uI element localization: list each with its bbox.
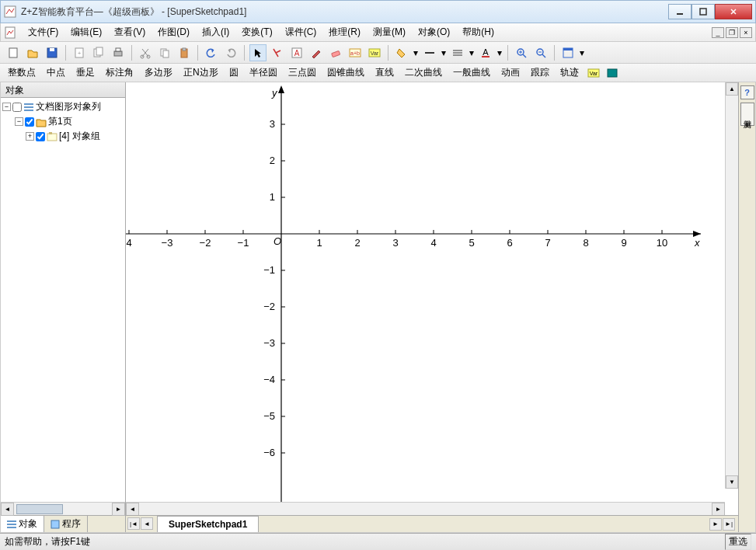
menu-measure[interactable]: 测量(M) [368, 23, 411, 41]
canvas-hscrollbar[interactable]: ◄ ► [126, 502, 725, 515]
menu-courseware[interactable]: 课件(C) [280, 23, 322, 41]
mdi-minimize-button[interactable]: _ [712, 27, 724, 38]
sidebar-hscrollbar[interactable]: ◄ ► [1, 502, 125, 515]
font-color-dropdown-icon[interactable]: ▾ [496, 47, 503, 58]
tool-foot[interactable]: 垂足 [73, 64, 98, 81]
menu-view[interactable]: 查看(V) [109, 23, 151, 41]
tree-checkbox[interactable] [12, 103, 22, 112]
zoom-out-button[interactable] [532, 44, 549, 61]
tool-locus[interactable]: 轨迹 [557, 64, 582, 81]
redo-button[interactable] [222, 44, 239, 61]
pen-button[interactable] [308, 44, 325, 61]
open-button[interactable] [24, 44, 41, 61]
sidebar-tab-object[interactable]: 对象 [1, 516, 44, 532]
svg-rect-38 [47, 134, 57, 141]
mdi-close-button[interactable]: × [740, 27, 752, 38]
scroll-left-icon[interactable]: ◄ [126, 503, 139, 516]
paste-button[interactable] [176, 44, 193, 61]
svg-rect-12 [116, 48, 120, 51]
scroll-right-icon[interactable]: ► [112, 503, 125, 516]
tree-checkbox[interactable] [25, 117, 34, 127]
tree-root[interactable]: − 文档图形对象列 [2, 99, 124, 114]
fullscreen-button[interactable] [559, 44, 577, 61]
tool-intpoint[interactable]: 整数点 [5, 64, 39, 81]
measure-panel-button[interactable]: 测量 [740, 103, 754, 126]
expand-icon[interactable]: − [15, 117, 23, 126]
tool-conic[interactable]: 圆锥曲线 [324, 64, 368, 81]
tool-generalcurve[interactable]: 一般曲线 [450, 64, 493, 81]
scroll-right-icon[interactable]: ► [712, 503, 725, 516]
tool-semicircle[interactable]: 半径圆 [246, 64, 280, 81]
tree-page[interactable]: − 第1页 [2, 114, 124, 129]
point-button[interactable] [269, 44, 286, 61]
tool-trace[interactable]: 跟踪 [528, 64, 552, 81]
eraser-button[interactable] [327, 44, 344, 61]
mdi-restore-button[interactable]: ❐ [726, 27, 738, 38]
var-icon[interactable]: Var [587, 66, 601, 80]
expression-button[interactable]: a+b [347, 44, 364, 61]
svg-text:Var: Var [371, 50, 379, 56]
text-button[interactable]: A [288, 44, 305, 61]
line-weight-dropdown-icon[interactable]: ▾ [469, 47, 475, 58]
fullscreen-dropdown-icon[interactable]: ▾ [579, 47, 585, 58]
sidebar-tab-program[interactable]: 程序 [44, 516, 88, 532]
scroll-up-icon[interactable]: ▲ [726, 82, 738, 96]
tool-regpoly[interactable]: 正N边形 [180, 64, 221, 81]
tool-quadratic[interactable]: 二次曲线 [402, 64, 445, 81]
tool-circle[interactable]: 圆 [226, 64, 242, 81]
variable-button[interactable]: Var [366, 44, 383, 61]
undo-button[interactable] [203, 44, 220, 61]
menu-help[interactable]: 帮助(H) [457, 23, 500, 41]
window-minimize-button[interactable] [668, 4, 692, 19]
menu-insert[interactable]: 插入(I) [197, 23, 235, 41]
window-maximize-button[interactable] [692, 4, 715, 19]
pages-button[interactable] [90, 44, 107, 61]
fill-dropdown-icon[interactable]: ▾ [413, 47, 419, 58]
tool-polygon[interactable]: 多边形 [141, 64, 176, 81]
scroll-down-icon[interactable]: ▼ [726, 475, 738, 489]
tab-next-button[interactable]: ► [709, 518, 722, 531]
object-tree[interactable]: − 文档图形对象列 − 第1页 + [4] 对象组 [1, 98, 125, 502]
tab-prev-button[interactable]: ◄ [141, 517, 153, 530]
menu-edit[interactable]: 编辑(E) [65, 23, 107, 41]
canvas-vscrollbar[interactable]: ▲ ▼ [725, 82, 738, 489]
expand-icon[interactable]: + [26, 132, 34, 141]
line-style-dropdown-icon[interactable]: ▾ [441, 47, 447, 58]
cut-button[interactable] [137, 44, 154, 61]
tool-midpoint[interactable]: 中点 [44, 64, 68, 81]
new-page-button[interactable]: + [71, 44, 88, 61]
document-tab[interactable]: SuperSketchpad1 [157, 516, 259, 532]
tool-markangle[interactable]: 标注角 [103, 64, 137, 81]
pointer-button[interactable] [249, 44, 267, 61]
menu-file[interactable]: 文件(F) [23, 23, 64, 41]
copy-button[interactable] [156, 44, 173, 61]
line-weight-button[interactable] [449, 44, 466, 61]
tab-first-button[interactable]: |◄ [127, 517, 140, 530]
scroll-thumb[interactable] [16, 504, 63, 514]
fill-button[interactable] [393, 44, 410, 61]
window-close-button[interactable] [715, 4, 752, 19]
svg-rect-40 [7, 520, 16, 522]
menu-object[interactable]: 对象(O) [413, 23, 455, 41]
tab-last-button[interactable]: ►| [723, 518, 735, 531]
font-color-button[interactable]: A [477, 44, 494, 61]
help-button[interactable]: ? [740, 85, 754, 99]
tool-line[interactable]: 直线 [372, 64, 397, 81]
sidebar-tab-object-label: 对象 [19, 517, 37, 531]
line-style-button[interactable] [421, 44, 438, 61]
menu-reason[interactable]: 推理(R) [323, 23, 366, 41]
tree-group[interactable]: + [4] 对象组 [2, 129, 124, 144]
menu-draw[interactable]: 作图(D) [152, 23, 195, 41]
save-button[interactable] [44, 44, 61, 61]
coordinate-canvas[interactable]: 4−3−2−112345678910−6−5−4−3−2−1123Oxy ▲ ▼ [126, 82, 738, 502]
tree-checkbox[interactable] [36, 132, 45, 141]
tool-threepointcircle[interactable]: 三点圆 [285, 64, 319, 81]
expand-icon[interactable]: − [2, 103, 11, 111]
tool-animation[interactable]: 动画 [498, 64, 523, 81]
screen-icon[interactable] [605, 66, 619, 80]
print-button[interactable] [110, 44, 127, 61]
zoom-in-button[interactable] [513, 44, 530, 61]
new-button[interactable] [5, 44, 22, 61]
scroll-left-icon[interactable]: ◄ [1, 503, 14, 516]
menu-transform[interactable]: 变换(T) [236, 23, 277, 41]
